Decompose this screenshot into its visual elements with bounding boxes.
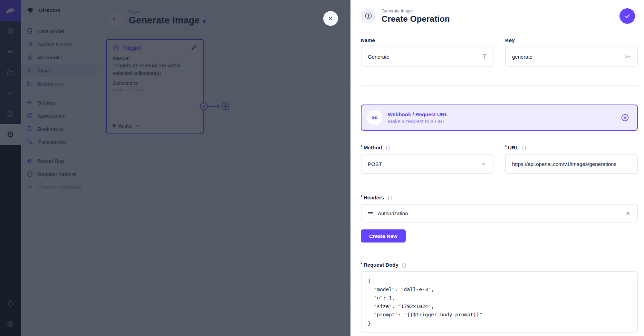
url-field-group: URL {} xyxy=(505,145,638,174)
close-drawer-button[interactable] xyxy=(323,11,338,26)
url-label: URL {} xyxy=(505,145,638,150)
url-input-wrap xyxy=(505,154,638,174)
create-operation-drawer: Generate Image Create Operation Name T xyxy=(350,0,644,336)
chevron-down-icon xyxy=(480,161,487,167)
name-field-group: Name T xyxy=(361,37,493,67)
method-field-group: Method {} POST xyxy=(361,145,493,174)
banner-subtitle: Make a request to a URL xyxy=(388,118,615,124)
headers-label: Headers {} xyxy=(361,195,638,200)
drawer-header: Generate Image Create Operation xyxy=(350,0,644,32)
request-body-editor[interactable]: { "model": "dall-e-3", "n": 1, "size": "… xyxy=(361,271,638,333)
key-input[interactable] xyxy=(512,54,620,60)
link-icon-circle xyxy=(367,110,382,125)
dismiss-circle-icon[interactable] xyxy=(621,113,629,122)
name-input[interactable] xyxy=(368,54,479,60)
banner-title: Webhook / Request URL xyxy=(388,111,615,117)
header-row[interactable]: Authorization xyxy=(361,204,638,223)
name-label: Name xyxy=(361,37,493,43)
operation-type-banner[interactable]: Webhook / Request URL Make a request to … xyxy=(361,105,638,131)
save-button[interactable] xyxy=(619,8,635,24)
braces-icon[interactable]: {} xyxy=(402,262,407,268)
required-dot xyxy=(361,145,362,147)
url-input[interactable] xyxy=(512,161,631,167)
drawer-breadcrumb: Generate Image xyxy=(382,9,450,13)
operation-icon-circle xyxy=(361,8,376,23)
remove-icon[interactable] xyxy=(625,210,631,216)
braces-icon[interactable]: {} xyxy=(522,145,527,150)
drag-handle-icon[interactable] xyxy=(368,211,373,215)
link-icon xyxy=(371,114,378,121)
key-field-group: Key xyxy=(505,37,638,67)
drawer-body: Name T Key xyxy=(350,32,644,333)
drawer-title: Create Operation xyxy=(382,14,450,24)
bolt-circle-icon xyxy=(364,12,373,20)
check-icon xyxy=(624,13,631,20)
required-dot xyxy=(361,263,362,264)
close-icon xyxy=(327,15,334,22)
name-input-wrap: T xyxy=(361,47,493,67)
title-case-icon[interactable]: T xyxy=(483,53,487,60)
modal-overlay[interactable] xyxy=(0,0,350,336)
method-select[interactable]: POST xyxy=(361,154,493,174)
request-body-code: { "model": "dall-e-3", "n": 1, "size": "… xyxy=(368,277,631,327)
key-label: Key xyxy=(505,37,638,43)
divider xyxy=(361,85,638,86)
braces-icon[interactable]: {} xyxy=(387,195,393,200)
request-body-label: Request Body {} xyxy=(361,262,638,268)
key-icon xyxy=(624,53,631,60)
braces-icon[interactable]: {} xyxy=(385,145,391,150)
key-input-wrap xyxy=(505,47,638,67)
create-new-button[interactable]: Create New xyxy=(361,229,406,243)
method-label: Method {} xyxy=(361,145,493,150)
app-window: ⚙ Directus xyxy=(0,0,644,336)
required-dot xyxy=(505,145,507,147)
header-row-value: Authorization xyxy=(378,210,620,216)
required-dot xyxy=(361,195,362,197)
